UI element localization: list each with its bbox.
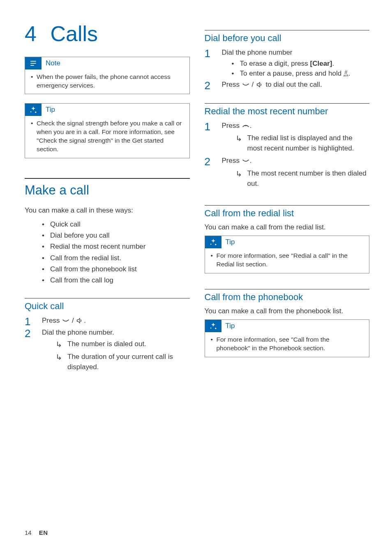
- sub-item: To enter a pause, press and hold #a/A.: [240, 69, 370, 79]
- tip-callout-1: Tip Check the signal strength before you…: [25, 103, 190, 158]
- list-item: Redial the most recent number: [50, 241, 190, 252]
- hash-key-icon: #a/A: [344, 70, 348, 77]
- step-text: Dial the phone number.: [42, 328, 114, 336]
- redial-key-icon: [242, 122, 250, 132]
- tip-item: For more information, see "Redial a call…: [217, 252, 364, 269]
- tip-icon: [25, 104, 42, 116]
- list-item: Call from the phonebook list: [50, 264, 190, 275]
- left-column: 4 Calls Note When the power fails, the p…: [25, 23, 190, 378]
- page-number: 14: [25, 529, 32, 536]
- list-item: Quick call: [50, 219, 190, 230]
- note-item: When the power fails, the phone cannot a…: [37, 73, 184, 90]
- make-a-call-intro: You can make a call in these ways:: [25, 206, 190, 215]
- step-text: Press: [42, 317, 62, 324]
- right-column: Dial before you call Dial the phone numb…: [205, 23, 370, 378]
- chapter-name: Calls: [50, 22, 98, 46]
- svg-point-3: [35, 112, 36, 113]
- tip-label: Tip: [221, 320, 239, 332]
- tip-label: Tip: [221, 236, 239, 248]
- dial-before-steps: Dial the phone number To erase a digit, …: [205, 48, 370, 91]
- page-language: EN: [39, 529, 48, 536]
- make-a-call-heading: Make a call: [25, 178, 190, 198]
- tip-body: For more information, see "Redial a call…: [205, 248, 369, 273]
- svg-point-9: [210, 328, 211, 329]
- step: Dial the phone number To erase a digit, …: [205, 48, 370, 79]
- svg-point-4: [30, 111, 32, 113]
- tip-callout-2: Tip For more information, see "Redial a …: [205, 236, 370, 273]
- step: Press . The redial list is displayed and…: [205, 121, 370, 154]
- sub-list: To erase a digit, press [Clear]. To ente…: [222, 59, 370, 79]
- redial-recent-steps: Press . The redial list is displayed and…: [205, 121, 370, 189]
- tip-body: For more information, see "Call from the…: [205, 332, 369, 357]
- talk-key-icon: [242, 81, 250, 91]
- dial-before-heading: Dial before you call: [205, 30, 370, 44]
- result-list: The redial list is displayed and the mos…: [222, 133, 370, 153]
- tip-item: Check the signal strength before you mak…: [37, 119, 184, 154]
- svg-point-8: [215, 328, 216, 329]
- step-text: .: [84, 317, 86, 324]
- tip-callout-head: Tip: [205, 320, 369, 332]
- list-item: Dial before you call: [50, 230, 190, 241]
- tip-item: For more information, see "Call from the…: [217, 335, 364, 353]
- clear-key: [Clear]: [310, 60, 332, 67]
- page-footer: 14 EN: [25, 529, 48, 536]
- svg-point-7: [210, 244, 211, 245]
- step-text: /: [70, 317, 76, 324]
- note-callout-head: Note: [25, 57, 189, 69]
- talk-key-icon: [242, 157, 250, 167]
- step: Dial the phone number. The number is dia…: [25, 328, 190, 372]
- note-icon: [25, 57, 42, 69]
- step: Press . The most recent number is then d…: [205, 156, 370, 189]
- result-item: The duration of your current call is dis…: [56, 352, 190, 372]
- content-columns: 4 Calls Note When the power fails, the p…: [25, 23, 369, 378]
- note-callout: Note When the power fails, the phone can…: [25, 57, 190, 95]
- step: Press / .: [25, 316, 190, 327]
- talk-key-icon: [62, 317, 70, 327]
- speaker-key-icon: [256, 81, 264, 91]
- note-label: Note: [42, 57, 65, 69]
- result-item: The redial list is displayed and the mos…: [236, 133, 370, 153]
- step: Press / to dial out the call.: [205, 80, 370, 91]
- quick-call-heading: Quick call: [25, 298, 190, 312]
- svg-point-6: [215, 244, 216, 245]
- quick-call-steps: Press / . Dial the phone number. The num…: [25, 316, 190, 372]
- step-text: Press: [222, 81, 242, 88]
- page: 4 Calls Note When the power fails, the p…: [0, 0, 392, 555]
- result-list: The most recent number is then dialed ou…: [222, 169, 370, 189]
- from-phonebook-heading: Call from the phonebook: [205, 289, 370, 303]
- list-item: Call from the call log: [50, 275, 190, 286]
- list-item: Call from the redial list.: [50, 252, 190, 264]
- make-a-call-list: Quick call Dial before you call Redial t…: [25, 219, 190, 286]
- tip-callout-head: Tip: [25, 104, 189, 116]
- sub-item: To erase a digit, press [Clear].: [240, 59, 370, 69]
- tip-body: Check the signal strength before you mak…: [25, 116, 189, 158]
- speaker-key-icon: [76, 317, 84, 327]
- note-body: When the power fails, the phone cannot a…: [25, 69, 189, 94]
- chapter-number: 4: [25, 23, 44, 45]
- tip-callout-3: Tip For more information, see "Call from…: [205, 319, 370, 357]
- tip-label: Tip: [42, 104, 59, 116]
- from-phonebook-intro: You can make a call from the phonebook l…: [205, 307, 370, 316]
- tip-callout-head: Tip: [205, 236, 369, 248]
- from-redial-heading: Call from the redial list: [205, 205, 370, 219]
- chapter-title: 4 Calls: [25, 23, 190, 45]
- redial-recent-heading: Redial the most recent number: [205, 103, 370, 117]
- tip-icon: [205, 320, 221, 332]
- result-list: The number is dialed out. The duration o…: [42, 339, 190, 372]
- result-item: The most recent number is then dialed ou…: [236, 169, 370, 189]
- step-text: Dial the phone number: [222, 49, 293, 56]
- result-item: The number is dialed out.: [56, 339, 190, 349]
- tip-icon: [205, 236, 221, 248]
- from-redial-intro: You can make a call from the redial list…: [205, 223, 370, 232]
